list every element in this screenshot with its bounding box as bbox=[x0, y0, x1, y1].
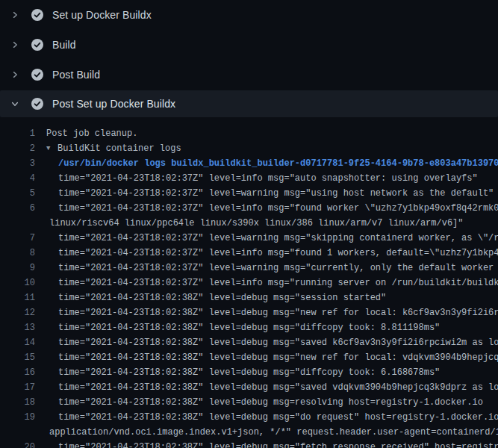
log-line-wrapped: linux/riscv64 linux/ppc64le linux/s390x … bbox=[0, 216, 498, 231]
step-row-setup-docker-buildx[interactable]: Set up Docker Buildx bbox=[0, 0, 498, 30]
group-title[interactable]: BuildKit container logs bbox=[57, 141, 181, 156]
step-row-post-setup-docker-buildx[interactable]: Post Set up Docker Buildx bbox=[0, 90, 498, 117]
step-title: Post Set up Docker Buildx bbox=[52, 98, 175, 110]
line-number[interactable]: 18 bbox=[0, 395, 35, 410]
line-number[interactable]: 12 bbox=[0, 305, 35, 320]
log-line: 3 /usr/bin/docker logs buildx_buildkit_b… bbox=[0, 156, 498, 171]
log-line: 19 time="2021-04-23T18:02:38Z" level=deb… bbox=[0, 410, 498, 425]
log-text: time="2021-04-23T18:02:38Z" level=debug … bbox=[58, 380, 498, 395]
line-number[interactable]: 15 bbox=[0, 350, 35, 365]
step-title: Set up Docker Buildx bbox=[52, 9, 152, 21]
line-number[interactable]: 20 bbox=[0, 440, 35, 448]
log-text: time="2021-04-23T18:02:37Z" level=warnin… bbox=[58, 186, 494, 201]
log-line: 18 time="2021-04-23T18:02:38Z" level=deb… bbox=[0, 395, 498, 410]
log-line: 9 time="2021-04-23T18:02:37Z" level=warn… bbox=[0, 261, 498, 276]
log-text: Post job cleanup. bbox=[46, 126, 137, 141]
line-number[interactable]: 7 bbox=[0, 231, 35, 246]
step-row-post-build[interactable]: Post Build bbox=[0, 60, 498, 90]
check-circle-icon bbox=[31, 98, 43, 110]
log-line-group-header: 2 ▼ BuildKit container logs bbox=[0, 141, 498, 156]
log-text: time="2021-04-23T18:02:38Z" level=debug … bbox=[58, 290, 386, 305]
log-text: time="2021-04-23T18:02:37Z" level=info m… bbox=[58, 246, 498, 261]
log-text: time="2021-04-23T18:02:38Z" level=debug … bbox=[58, 395, 483, 410]
chevron-right-icon bbox=[9, 39, 21, 51]
log-text: time="2021-04-23T18:02:38Z" level=debug … bbox=[58, 350, 498, 365]
log-line: 7 time="2021-04-23T18:02:37Z" level=warn… bbox=[0, 231, 498, 246]
line-number[interactable]: 13 bbox=[0, 320, 35, 335]
log-line: 20 time="2021-04-23T18:02:38Z" level=deb… bbox=[0, 440, 498, 448]
log-text: time="2021-04-23T18:02:38Z" level=debug … bbox=[58, 320, 440, 335]
check-circle-icon bbox=[31, 39, 43, 51]
step-row-build[interactable]: Build bbox=[0, 30, 498, 60]
actions-log-viewer: Set up Docker Buildx Build Post Build bbox=[0, 0, 498, 448]
steps-section: Set up Docker Buildx Build Post Build bbox=[0, 0, 498, 117]
log-line: 4 time="2021-04-23T18:02:37Z" level=info… bbox=[0, 171, 498, 186]
log-text: time="2021-04-23T18:02:38Z" level=debug … bbox=[58, 440, 498, 448]
log-text: time="2021-04-23T18:02:38Z" level=debug … bbox=[58, 305, 498, 320]
log-text: time="2021-04-23T18:02:37Z" level=info m… bbox=[58, 201, 498, 216]
line-number[interactable]: 4 bbox=[0, 171, 35, 186]
log-text: time="2021-04-23T18:02:38Z" level=debug … bbox=[58, 335, 498, 350]
log-line: 1 Post job cleanup. bbox=[0, 126, 498, 141]
log-text: time="2021-04-23T18:02:37Z" level=warnin… bbox=[58, 231, 498, 246]
log-text: time="2021-04-23T18:02:38Z" level=debug … bbox=[58, 365, 440, 380]
line-number[interactable]: 11 bbox=[0, 290, 35, 305]
log-text: time="2021-04-23T18:02:37Z" level=info m… bbox=[58, 171, 478, 186]
log-line: 8 time="2021-04-23T18:02:37Z" level=info… bbox=[0, 246, 498, 261]
line-number[interactable]: 6 bbox=[0, 201, 35, 216]
line-number[interactable]: 3 bbox=[0, 156, 35, 171]
log-text: application/vnd.oci.image.index.v1+json,… bbox=[49, 425, 498, 440]
log-line: 12 time="2021-04-23T18:02:38Z" level=deb… bbox=[0, 305, 498, 320]
log-text: time="2021-04-23T18:02:37Z" level=info m… bbox=[58, 276, 498, 290]
line-number[interactable]: 14 bbox=[0, 335, 35, 350]
step-title: Build bbox=[52, 39, 76, 51]
line-number[interactable]: 9 bbox=[0, 261, 35, 276]
log-line: 5 time="2021-04-23T18:02:37Z" level=warn… bbox=[0, 186, 498, 201]
log-line: 11 time="2021-04-23T18:02:38Z" level=deb… bbox=[0, 290, 498, 305]
chevron-right-icon bbox=[9, 9, 21, 21]
line-number[interactable]: 1 bbox=[0, 126, 35, 141]
log-line: 10 time="2021-04-23T18:02:37Z" level=inf… bbox=[0, 276, 498, 290]
line-number[interactable]: 19 bbox=[0, 410, 35, 425]
log-line: 13 time="2021-04-23T18:02:38Z" level=deb… bbox=[0, 320, 498, 335]
step-title: Post Build bbox=[52, 69, 100, 81]
log-text: time="2021-04-23T18:02:38Z" level=debug … bbox=[58, 410, 498, 425]
log-line: 6 time="2021-04-23T18:02:37Z" level=info… bbox=[0, 201, 498, 216]
log-section: 1 Post job cleanup. 2 ▼ BuildKit contain… bbox=[0, 126, 498, 448]
group-toggle-icon[interactable]: ▼ bbox=[46, 141, 50, 156]
line-number[interactable]: 2 bbox=[0, 141, 35, 156]
check-circle-icon bbox=[31, 69, 43, 81]
log-text: linux/riscv64 linux/ppc64le linux/s390x … bbox=[49, 216, 464, 231]
line-number[interactable]: 5 bbox=[0, 186, 35, 201]
check-circle-icon bbox=[31, 9, 43, 21]
chevron-down-icon bbox=[9, 98, 21, 110]
log-line: 14 time="2021-04-23T18:02:38Z" level=deb… bbox=[0, 335, 498, 350]
log-text: time="2021-04-23T18:02:37Z" level=warnin… bbox=[58, 261, 498, 276]
line-number[interactable]: 8 bbox=[0, 246, 35, 261]
log-command-text: /usr/bin/docker logs buildx_buildkit_bui… bbox=[58, 156, 498, 171]
log-line: 15 time="2021-04-23T18:02:38Z" level=deb… bbox=[0, 350, 498, 365]
chevron-right-icon bbox=[9, 69, 21, 81]
log-line: 17 time="2021-04-23T18:02:38Z" level=deb… bbox=[0, 380, 498, 395]
line-number[interactable]: 10 bbox=[0, 276, 35, 290]
line-number[interactable]: 17 bbox=[0, 380, 35, 395]
line-number[interactable]: 16 bbox=[0, 365, 35, 380]
log-line-wrapped: application/vnd.oci.image.index.v1+json,… bbox=[0, 425, 498, 440]
log-line: 16 time="2021-04-23T18:02:38Z" level=deb… bbox=[0, 365, 498, 380]
